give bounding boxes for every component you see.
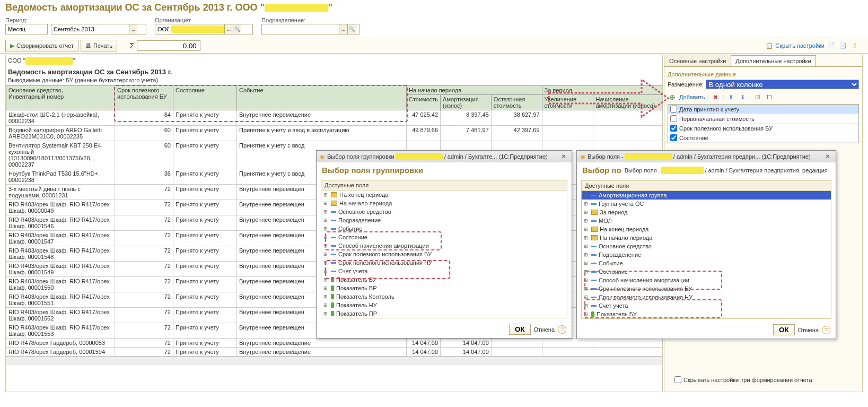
field-item[interactable]: ⊞Показатель БУ	[321, 275, 567, 284]
field-item[interactable]: ⊞Основное средство	[582, 242, 831, 250]
check-item[interactable]: Срок полезного использования БУ	[668, 124, 858, 133]
expand-icon[interactable]: ⊞	[583, 303, 589, 308]
tb-icon-2[interactable]: 📑	[838, 41, 848, 50]
expand-icon[interactable]: ⊞	[322, 302, 329, 308]
tb-icon-1[interactable]: 📄	[827, 41, 836, 50]
hide-settings-link[interactable]: Скрыть настройки	[775, 42, 825, 49]
expand-icon[interactable]: ⊞	[322, 294, 329, 299]
field-item[interactable]: ⊞Амортизационная группа	[582, 191, 831, 200]
field-item[interactable]: ⊞Состояние	[582, 267, 831, 276]
expand-icon[interactable]: ⊞	[322, 311, 329, 316]
expand-icon[interactable]: ⊞	[322, 243, 329, 248]
move-down-icon[interactable]: ⬇	[738, 92, 747, 102]
field-item[interactable]: ⊞МОЛ	[582, 217, 831, 225]
table-row[interactable]: RIO R478/орех Гардероб, 0000005372Принят…	[6, 339, 662, 348]
expand-icon[interactable]: ⊞	[322, 269, 329, 274]
expand-icon[interactable]: ⊞	[583, 269, 589, 274]
delete-icon[interactable]: ✖	[711, 92, 720, 102]
expand-icon[interactable]: ⊞	[322, 226, 329, 231]
add-button[interactable]: ⊕	[668, 92, 677, 102]
add-link[interactable]: Добавить	[679, 94, 705, 100]
dialog2-help-icon[interactable]: ?	[822, 326, 830, 334]
field-item[interactable]: ⊞Событие	[321, 224, 567, 233]
field-item[interactable]: ⊞Показатель НУ	[321, 301, 567, 309]
expand-icon[interactable]: ⊞	[322, 218, 329, 223]
generate-button[interactable]: ▶ Сформировать отчет	[5, 40, 78, 51]
dialog1-ok-button[interactable]: ОК	[509, 324, 531, 335]
field-item[interactable]: ⊞Событие	[582, 259, 831, 267]
settings-sheet-icon[interactable]: 📋	[766, 42, 773, 49]
field-item[interactable]: ⊞Показатель Контроль	[321, 292, 567, 301]
expand-icon[interactable]: ⊞	[322, 209, 329, 214]
sum-input[interactable]	[137, 40, 200, 51]
field-item[interactable]: ⊞Состояние	[321, 233, 567, 241]
check-item[interactable]: Первоначальная стоимость	[668, 114, 858, 124]
dialog2-close-icon[interactable]: ✕	[823, 153, 832, 160]
hide-on-generate-checkbox[interactable]	[674, 376, 681, 383]
expand-icon[interactable]: ⊞	[583, 235, 589, 240]
org-input[interactable]: ... 🔍	[155, 24, 253, 34]
expand-icon[interactable]: ⊞	[583, 286, 589, 291]
dialog1-close-icon[interactable]: ✕	[559, 153, 568, 160]
field-item[interactable]: ⊞На конец периода	[321, 190, 567, 199]
dep-search-icon[interactable]: 🔍	[347, 24, 356, 34]
field-item[interactable]: ⊞Подразделение	[321, 216, 567, 224]
period-picker-icon[interactable]: ...	[129, 24, 137, 34]
field-item[interactable]: ⊞Группа учета ОС	[582, 200, 831, 208]
field-item[interactable]: ⊞На начало периода	[582, 233, 831, 242]
dialog2-ok-button[interactable]: ОК	[773, 324, 795, 335]
expand-icon[interactable]: ⊞	[322, 252, 329, 257]
expand-icon[interactable]: ⊞	[583, 295, 589, 300]
expand-icon[interactable]: ⊞	[583, 244, 589, 249]
field-item[interactable]: ⊞Счет учета	[321, 267, 567, 275]
field-item[interactable]: ⊞Способ начисления амортизации	[582, 276, 831, 284]
expand-icon[interactable]: ⊞	[322, 285, 329, 291]
field-item[interactable]: ⊞На конец периода	[582, 225, 831, 233]
field-item[interactable]: ⊞Показатель ПР	[321, 309, 567, 318]
expand-icon[interactable]: ⊞	[583, 261, 589, 266]
move-up-icon[interactable]: ⬆	[726, 92, 735, 102]
expand-icon[interactable]: ⊞	[322, 260, 329, 265]
field-item[interactable]: ⊞За период	[582, 208, 831, 217]
dep-picker-icon[interactable]: ...	[339, 24, 347, 34]
expand-icon[interactable]: ⊞	[322, 277, 329, 282]
table-row[interactable]: RIO R478/орех Гардероб, 0000159472Принят…	[6, 348, 662, 357]
field-item[interactable]: ⊞Срок полезного использования НУ	[582, 293, 831, 301]
field-item[interactable]: ⊞Срок полезного использования БУ	[321, 250, 567, 258]
dialog2-cancel-button[interactable]: Отмена	[798, 327, 819, 333]
expand-icon[interactable]: ⊞	[583, 218, 589, 223]
tb-help-icon[interactable]: ?	[850, 41, 860, 50]
period-type-input[interactable]: ...	[5, 24, 48, 34]
table-row[interactable]: Водяной калорифер AREO Galletti AREO22M0…	[6, 126, 662, 141]
expand-icon[interactable]: ⊞	[322, 235, 329, 240]
field-item[interactable]: ⊞На начало периода	[321, 199, 567, 207]
expand-icon[interactable]: ⊞	[583, 278, 589, 283]
tab-additional-settings[interactable]: Дополнительные настройки	[731, 55, 816, 66]
dialog1-help-icon[interactable]: ?	[558, 325, 566, 334]
org-search-icon[interactable]: 🔍	[233, 24, 241, 34]
field-item[interactable]: ⊞Способ начисления амортизации	[321, 241, 567, 250]
period-value-input[interactable]: ...	[51, 24, 146, 34]
placement-select[interactable]: В одной колонке	[706, 80, 859, 89]
field-item[interactable]: ⊞Показатель ВР	[321, 284, 567, 292]
check-item[interactable]: Состояние	[668, 133, 858, 143]
expand-icon[interactable]: ⊞	[583, 201, 589, 206]
tab-main-settings[interactable]: Основные настройки	[664, 55, 731, 66]
h-scrollbar[interactable]	[6, 357, 662, 365]
field-item[interactable]: ⊞Счет учета	[582, 301, 831, 310]
field-item[interactable]: ⊞Срок полезного использования БУ	[582, 284, 831, 293]
dep-input[interactable]: ... 🔍	[261, 24, 360, 34]
expand-icon[interactable]: ⊞	[322, 201, 329, 206]
expand-icon[interactable]: ⊞	[583, 210, 589, 215]
org-picker-icon[interactable]: ...	[224, 24, 233, 34]
field-item[interactable]: ⊞Показатель БУ	[582, 310, 831, 318]
dialog1-cancel-button[interactable]: Отмена	[534, 326, 555, 333]
print-button[interactable]: 🖶 Печать	[81, 40, 117, 51]
field-item[interactable]: ⊞Срок полезного использования НУ	[321, 258, 567, 267]
expand-icon[interactable]: ⊞	[583, 227, 589, 232]
field-item[interactable]: ⊞Основное средство	[321, 207, 567, 216]
check-item[interactable]: Дата принятия к учету	[668, 105, 858, 114]
uncheck-all-icon[interactable]: ☐	[765, 92, 774, 102]
expand-icon[interactable]: ⊞	[583, 193, 589, 198]
expand-icon[interactable]: ⊞	[322, 192, 329, 197]
